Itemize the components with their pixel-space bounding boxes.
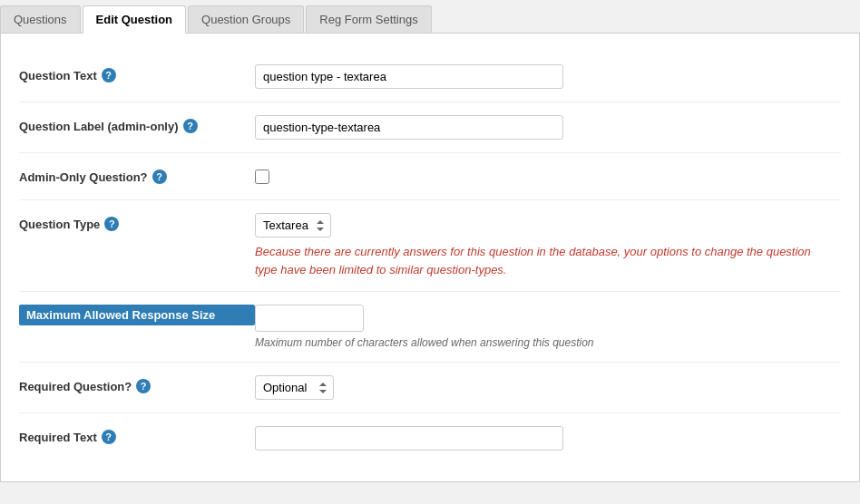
question-text-row: Question Text ?: [19, 52, 841, 102]
question-type-label: Question Type ?: [19, 213, 255, 231]
tab-bar: Questions Edit Question Question Groups …: [0, 0, 860, 34]
required-question-help-icon[interactable]: ?: [136, 379, 151, 393]
question-label-label-text: Question Label (admin-only): [19, 120, 179, 133]
question-label-label: Question Label (admin-only) ?: [19, 115, 255, 133]
admin-only-field: [255, 166, 841, 187]
tab-question-groups[interactable]: Question Groups: [188, 5, 304, 33]
question-type-help-icon[interactable]: ?: [104, 217, 119, 231]
required-question-label-text: Required Question?: [19, 380, 132, 393]
question-label-help-icon[interactable]: ?: [183, 119, 198, 133]
question-label-field: [255, 115, 841, 140]
question-text-label: Question Text ?: [19, 64, 255, 82]
question-type-error: Because there are currently answers for …: [255, 243, 817, 278]
question-type-row: Question Type ? Textarea Because there a…: [19, 200, 841, 292]
required-text-row: Required Text ?: [19, 413, 841, 463]
required-question-label: Required Question? ?: [19, 375, 255, 393]
required-text-help-icon[interactable]: ?: [102, 430, 116, 444]
max-response-input[interactable]: [256, 307, 364, 330]
admin-only-help-icon[interactable]: ?: [152, 170, 167, 184]
form-content: Question Text ? Question Label (admin-on…: [0, 34, 860, 482]
question-text-help-icon[interactable]: ?: [102, 68, 116, 82]
required-select-wrap: Optional Required: [255, 375, 334, 400]
tab-questions[interactable]: Questions: [0, 5, 81, 33]
required-question-select[interactable]: Optional Required: [255, 375, 334, 400]
tab-reg-form-settings[interactable]: Reg Form Settings: [306, 5, 431, 33]
max-response-hint: Maximum number of characters allowed whe…: [255, 336, 841, 349]
question-text-label-text: Question Text: [19, 69, 97, 82]
question-type-label-text: Question Type: [19, 218, 100, 231]
max-response-label: Maximum Allowed Response Size: [19, 305, 255, 325]
question-text-field: [255, 64, 841, 89]
admin-only-checkbox[interactable]: [255, 170, 269, 184]
required-text-field: [255, 426, 841, 451]
admin-only-row: Admin-Only Question? ?: [19, 153, 841, 200]
question-label-input[interactable]: [255, 115, 563, 140]
required-question-field: Optional Required: [255, 375, 841, 400]
admin-only-label: Admin-Only Question? ?: [19, 166, 255, 184]
question-label-row: Question Label (admin-only) ?: [19, 102, 841, 153]
required-text-label-text: Required Text: [19, 431, 97, 444]
question-type-select[interactable]: Textarea: [255, 213, 331, 237]
admin-only-label-text: Admin-Only Question?: [19, 170, 148, 184]
max-response-field: ▲ ▼ Maximum number of characters allowed…: [255, 305, 841, 349]
max-response-row: Maximum Allowed Response Size ▲ ▼ Maximu…: [19, 292, 841, 363]
question-text-input[interactable]: [255, 64, 563, 89]
required-text-input[interactable]: [255, 426, 563, 451]
required-question-row: Required Question? ? Optional Required: [19, 363, 841, 413]
question-type-field: Textarea Because there are currently ans…: [255, 213, 841, 278]
max-response-label-text: Maximum Allowed Response Size: [26, 308, 215, 322]
max-response-input-wrap: ▲ ▼: [255, 305, 364, 332]
required-text-label: Required Text ?: [19, 426, 255, 444]
tab-edit-question[interactable]: Edit Question: [83, 5, 187, 34]
